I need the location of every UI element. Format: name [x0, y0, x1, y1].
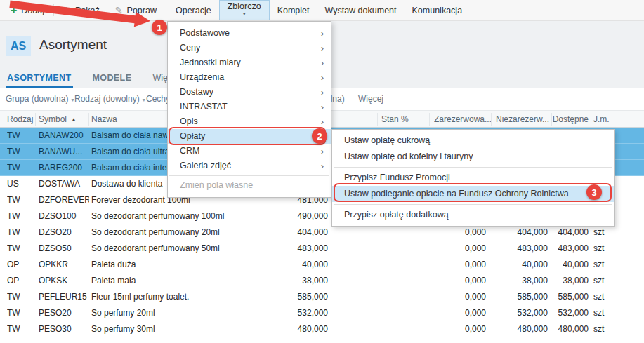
menu-item-label: Jednostki miary [180, 58, 241, 67]
menu-item-jednostki-miary[interactable]: Jednostki miary› [168, 55, 331, 70]
cell-nazwa: Paleta duża [91, 257, 282, 273]
annotation-badge-2: 2 [312, 128, 327, 144]
submenu-chevron-icon: › [321, 159, 324, 173]
col-header-dostepne[interactable]: Dostępne [548, 111, 589, 128]
menu-item-ustaw-opłatę-od-kofeiny-i-tauryny[interactable]: Ustaw opłatę od kofeiny i tauryny [332, 149, 614, 165]
toolbar-button-wystaw-dokument[interactable]: Wystaw dokument [317, 0, 405, 20]
cell-dostepne: 532,000 [553, 305, 589, 321]
submenu-chevron-icon: › [321, 100, 324, 114]
cell-stan_proc [365, 257, 421, 273]
toolbar-button-operacje[interactable]: Operacje [168, 0, 219, 20]
toolbar-button-label: Komunikacja [412, 6, 463, 15]
col-header-zarezerwowane[interactable]: Zarezerwowa... [434, 111, 493, 128]
filter-grupa[interactable]: Grupa (dowolna)▾ [6, 94, 74, 104]
chevron-down-icon: ▾ [71, 97, 74, 103]
menu-item-label: Przypisz Fundusz Promocji [344, 173, 450, 182]
menu-item-podstawowe[interactable]: Podstawowe› [168, 26, 331, 41]
cell-rodzaj: US [7, 176, 37, 192]
cell-jm: szt [593, 321, 619, 337]
cell-rodzaj: OP [7, 257, 37, 273]
cell-jm: szt [593, 257, 619, 273]
filter-label: Więcej [358, 94, 383, 104]
toolbar-button-komplet[interactable]: Komplet [270, 0, 317, 20]
cell-symbol: PESO30 [39, 321, 89, 337]
submenu-chevron-icon: › [321, 85, 324, 100]
cell-zarez: 0,000 [434, 241, 486, 257]
cell-symbol: OPKSK [39, 273, 89, 289]
tab-modele[interactable]: MODELE [91, 69, 133, 88]
menu-item-ustaw-opłatę-cukrową[interactable]: Ustaw opłatę cukrową [332, 133, 614, 149]
menu-item-label: Podstawowe [180, 28, 230, 38]
toolbar-button-label: Operacje [176, 6, 211, 15]
menu-item-dostawy[interactable]: Dostawy› [168, 85, 331, 100]
toolbar-divider [166, 4, 166, 16]
toolbar-button-zbiorczo[interactable]: Zbiorczo ▾ [219, 0, 270, 20]
filter-rodzaj[interactable]: Rodzaj (dowolny)▾ [74, 94, 145, 104]
filter-wiecej[interactable]: Więcej [358, 94, 383, 104]
menu-item-ceny[interactable]: Ceny› [168, 41, 331, 55]
col-header-nazwa[interactable]: Nazwa [91, 111, 176, 128]
table-row-pefleur15[interactable]: TWPEFLEUR15Fleur 15ml perfumy toalet.585… [0, 289, 644, 305]
cell-stan_proc [365, 321, 421, 337]
cell-stan: 404,000 [284, 224, 328, 241]
cell-jm: szt [593, 273, 619, 289]
cell-symbol: PEFLEUR15 [39, 289, 89, 305]
table-row-opksk[interactable]: OPOPKSKPaleta mała38,0000,00038,00038,00… [0, 273, 644, 289]
cell-rodzaj: TW [7, 224, 37, 241]
col-header-label: Symbol [39, 114, 67, 124]
menu-item-przypisz-opłatę-dodatkową[interactable]: Przypisz opłatę dodatkową [332, 207, 614, 223]
cell-symbol: BANAWU... [39, 144, 89, 160]
menu-item-label: Dostawy [180, 87, 213, 97]
annotation-rect-oplaty [169, 127, 326, 145]
cell-nazwa: So dezodorant perfumowany 50ml [91, 241, 282, 257]
col-header-stan-proc[interactable]: Stan % [381, 111, 423, 128]
cell-jm: szt [593, 305, 619, 321]
cell-nazwa: So dezodorant perfumowany 100ml [91, 208, 282, 224]
col-header-jm[interactable]: J.m. [593, 111, 619, 128]
col-header-rodzaj[interactable]: Rodzaj [7, 111, 38, 128]
cell-jm: szt [593, 289, 619, 305]
zbiorczo-dropdown-menu: Podstawowe›Ceny›Jednostki miary›Urządzen… [167, 21, 331, 198]
col-header-symbol[interactable]: Symbol▲ [39, 111, 95, 128]
menu-item-label: INTRASTAT [180, 102, 228, 112]
cell-dostepne: 483,000 [553, 241, 589, 257]
table-row-dzso50[interactable]: TWDZSO50So dezodorant perfumowany 50ml48… [0, 241, 644, 257]
cell-stan_proc [365, 224, 421, 241]
submenu-chevron-icon: › [321, 26, 324, 41]
cell-niezarez: 38,000 [496, 273, 548, 289]
cell-niezarez: 404,000 [496, 224, 548, 241]
cell-dostepne: 480,000 [553, 321, 589, 337]
menu-item-urządzenia[interactable]: Urządzenia› [168, 70, 331, 85]
cell-nazwa: So perfumy 30ml [91, 321, 282, 337]
menu-item-galeria-zdjęć[interactable]: Galeria zdjęć› [168, 159, 331, 173]
menu-item-crm[interactable]: CRM› [168, 144, 331, 159]
table-row-dzso20[interactable]: TWDZSO20So dezodorant perfumowany 20ml40… [0, 224, 644, 241]
menu-item-label: Ceny [180, 43, 200, 53]
table-row-peso20[interactable]: TWPESO20So perfumy 20ml532,0000,000532,0… [0, 305, 644, 321]
table-row-opkkr[interactable]: OPOPKKRPaleta duża40,0000,00040,00040,00… [0, 257, 644, 273]
cell-symbol: DZSO20 [39, 224, 89, 241]
cell-jm: szt [593, 224, 619, 241]
toolbar-button-label: Komplet [277, 6, 310, 15]
toolbar-button-komunikacja[interactable]: Komunikacja [405, 0, 471, 20]
cell-stan_proc [365, 273, 421, 289]
menu-item-label: Opis [180, 116, 198, 126]
tab-asortyment[interactable]: ASORTYMENT [6, 69, 73, 88]
menu-item-intrastat[interactable]: INTRASTAT› [168, 100, 331, 114]
column-divider [591, 113, 591, 126]
col-header-niezarezerwowane[interactable]: Niezarezerw... [496, 111, 555, 128]
column-divider [88, 113, 89, 126]
asortyment-window: + Dodaj ✎ Pokaż ✎ Popraw Operacje Zbiorc… [0, 0, 644, 343]
cell-nazwa: Fleur 15ml perfumy toalet. [91, 289, 282, 305]
menu-item-zmień-pola-własne: Zmień pola własne [168, 178, 331, 193]
cell-niezarez: 480,000 [496, 321, 548, 337]
table-row-peso30[interactable]: TWPESO30So perfumy 30ml480,0000,000480,0… [0, 321, 644, 337]
cell-symbol: DZSO50 [39, 241, 89, 257]
menu-item-label: Zmień pola własne [180, 180, 253, 190]
submenu-chevron-icon: › [321, 70, 324, 85]
cell-dostepne: 38,000 [553, 273, 589, 289]
annotation-badge-1: 1 [152, 20, 167, 35]
cell-rodzaj: TW [7, 160, 37, 176]
module-icon-as: AS [6, 36, 31, 56]
cell-symbol: DZSO100 [39, 208, 89, 224]
